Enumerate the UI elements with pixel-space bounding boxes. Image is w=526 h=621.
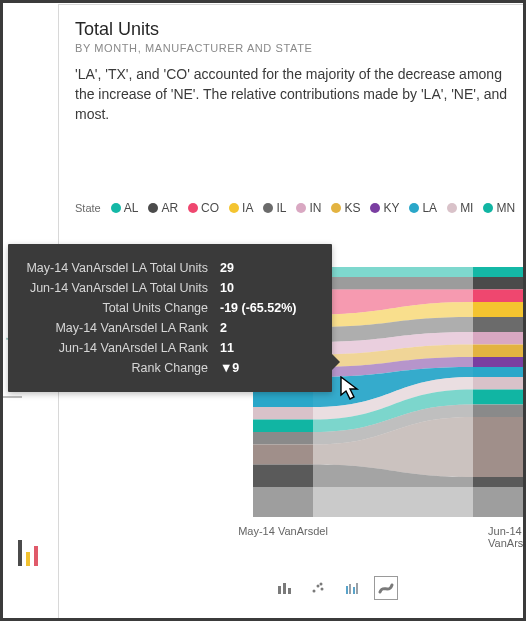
legend-item-ks[interactable]: KS xyxy=(331,201,360,215)
svg-rect-12 xyxy=(253,445,313,465)
tooltip-row: Jun-14 VanArsdel LA Total Units10 xyxy=(22,278,314,298)
svg-rect-40 xyxy=(353,587,355,594)
svg-point-36 xyxy=(321,588,324,591)
legend-dot-icon xyxy=(296,203,306,213)
svg-point-37 xyxy=(320,583,323,586)
legend-item-label: LA xyxy=(422,201,437,215)
axis-label-right: Jun-14 VanArsdel xyxy=(488,525,526,549)
chart-title: Total Units xyxy=(75,19,526,40)
legend-dot-icon xyxy=(370,203,380,213)
svg-rect-13 xyxy=(253,465,313,488)
legend-item-label: MI xyxy=(460,201,473,215)
svg-rect-29 xyxy=(473,487,525,517)
svg-rect-25 xyxy=(473,390,525,405)
tooltip-key: Jun-14 VanArsdel LA Total Units xyxy=(22,278,208,298)
svg-rect-28 xyxy=(473,477,525,487)
tooltip-value: 11 xyxy=(220,338,314,358)
legend-item-label: AR xyxy=(161,201,178,215)
tooltip-row: May-14 VanArsdel LA Total Units29 xyxy=(22,258,314,278)
tooltip-row: Jun-14 VanArsdel LA Rank11 xyxy=(22,338,314,358)
svg-rect-26 xyxy=(473,405,525,418)
svg-rect-31 xyxy=(278,586,281,594)
tooltip-row: Rank Change▼9 xyxy=(22,358,314,378)
svg-point-34 xyxy=(313,590,316,593)
svg-rect-15 xyxy=(473,267,525,277)
svg-rect-14 xyxy=(253,487,313,517)
legend-item-label: IL xyxy=(276,201,286,215)
svg-rect-19 xyxy=(473,317,525,332)
tooltip-key: Total Units Change xyxy=(22,298,208,318)
svg-rect-33 xyxy=(288,588,291,594)
chart-subtitle: BY MONTH, MANUFACTURER AND STATE xyxy=(75,42,526,54)
tooltip-row: Total Units Change-19 (-65.52%) xyxy=(22,298,314,318)
chart-type-scatter-button[interactable] xyxy=(306,576,330,600)
svg-rect-20 xyxy=(473,332,525,345)
legend-item-label: MN xyxy=(496,201,515,215)
legend-dot-icon xyxy=(331,203,341,213)
tooltip-value: 29 xyxy=(220,258,314,278)
chart-type-buttons xyxy=(272,576,398,600)
svg-rect-41 xyxy=(356,583,358,594)
legend-dot-icon xyxy=(188,203,198,213)
svg-rect-21 xyxy=(473,345,525,358)
tooltip-value: -19 (-65.52%) xyxy=(220,298,314,318)
svg-point-35 xyxy=(317,585,320,588)
legend-item-co[interactable]: CO xyxy=(188,201,219,215)
svg-rect-27 xyxy=(473,417,525,477)
svg-rect-18 xyxy=(473,302,525,317)
legend-item-label: KS xyxy=(344,201,360,215)
tooltip-value: 2 xyxy=(220,318,314,338)
legend-item-al[interactable]: AL xyxy=(111,201,139,215)
legend-item-label: KY xyxy=(383,201,399,215)
tooltip-value: 10 xyxy=(220,278,314,298)
legend-dot-icon xyxy=(229,203,239,213)
chart-type-clustered-button[interactable] xyxy=(340,576,364,600)
svg-rect-17 xyxy=(473,290,525,303)
legend-dot-icon xyxy=(409,203,419,213)
legend-item-il[interactable]: IL xyxy=(263,201,286,215)
legend-item-label: IN xyxy=(309,201,321,215)
legend-item-mi[interactable]: MI xyxy=(447,201,473,215)
legend-dot-icon xyxy=(447,203,457,213)
svg-rect-38 xyxy=(346,586,348,594)
legend-item-la[interactable]: LA xyxy=(409,201,437,215)
tooltip-key: Jun-14 VanArsdel LA Rank xyxy=(22,338,208,358)
legend-item-ar[interactable]: AR xyxy=(148,201,178,215)
legend-dot-icon xyxy=(483,203,493,213)
legend-item-label: AL xyxy=(124,201,139,215)
legend: State ALARCOIAILINKSKYLAMIMNMO xyxy=(75,201,526,215)
svg-rect-16 xyxy=(473,277,525,290)
legend-item-ia[interactable]: IA xyxy=(229,201,253,215)
svg-rect-32 xyxy=(283,583,286,594)
legend-item-ky[interactable]: KY xyxy=(370,201,399,215)
legend-item-in[interactable]: IN xyxy=(296,201,321,215)
chart-type-column-button[interactable] xyxy=(272,576,296,600)
svg-rect-24 xyxy=(473,377,525,390)
legend-label: State xyxy=(75,202,101,214)
legend-item-label: CO xyxy=(201,201,219,215)
legend-dot-icon xyxy=(148,203,158,213)
svg-rect-22 xyxy=(473,357,525,367)
svg-rect-23 xyxy=(473,367,525,377)
datapoint-tooltip: May-14 VanArsdel LA Total Units29Jun-14 … xyxy=(8,244,332,392)
svg-rect-39 xyxy=(349,584,351,594)
svg-rect-10 xyxy=(253,420,313,433)
legend-dot-icon xyxy=(263,203,273,213)
svg-rect-9 xyxy=(253,407,313,420)
legend-item-label: IA xyxy=(242,201,253,215)
tooltip-value: ▼9 xyxy=(220,358,314,378)
tooltip-pointer xyxy=(332,354,340,370)
svg-rect-11 xyxy=(253,432,313,445)
axis-label-left: May-14 VanArsdel xyxy=(238,525,328,537)
chart-narrative: 'LA', 'TX', and 'CO' accounted for the m… xyxy=(75,64,515,124)
legend-dot-icon xyxy=(111,203,121,213)
tooltip-row: May-14 VanArsdel LA Rank2 xyxy=(22,318,314,338)
legend-item-mn[interactable]: MN xyxy=(483,201,515,215)
tooltip-key: Rank Change xyxy=(22,358,208,378)
tooltip-key: May-14 VanArsdel LA Total Units xyxy=(22,258,208,278)
tooltip-key: May-14 VanArsdel LA Rank xyxy=(22,318,208,338)
chart-type-ribbon-button[interactable] xyxy=(374,576,398,600)
